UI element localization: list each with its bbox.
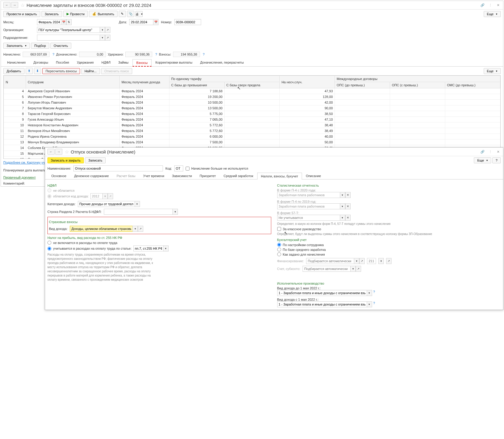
tab-contributions[interactable]: Взносы: [132, 59, 152, 67]
help-icon[interactable]: ?: [155, 53, 157, 56]
month-input[interactable]: [37, 19, 61, 25]
table-row[interactable]: 6Лопухин Игорь ПавловичФевраль 202410 50…: [4, 100, 500, 105]
more-button[interactable]: Еще: [484, 11, 501, 17]
cancel-search-button[interactable]: Отменить поиск: [101, 68, 132, 74]
sub-tab-average[interactable]: Средний заработок: [220, 172, 257, 179]
sub-more-button[interactable]: Еще: [474, 157, 491, 163]
date-calendar-icon[interactable]: 📅: [153, 19, 158, 25]
table-row[interactable]: 12Родина Ирина СергеевнаФевраль 20246 00…: [4, 134, 500, 139]
table-row[interactable]: 8Тарасов Георгий БорисовичФевраль 20245 …: [4, 111, 500, 117]
number-input[interactable]: [174, 19, 201, 25]
sub-tab-time[interactable]: Учет времени: [139, 172, 168, 179]
main-tabs: Начисления Договоры Пособия Удержания НД…: [1, 59, 503, 67]
pay-label: Выплатить: [98, 12, 114, 16]
table-row[interactable]: 7Беркутов Максим АндреевичФевраль 202413…: [4, 105, 500, 111]
accrued-label: Начислено:: [3, 53, 21, 56]
help-icon[interactable]: ?: [203, 53, 205, 56]
tab-loans[interactable]: Займы: [114, 59, 132, 66]
help-icon[interactable]: ?: [53, 53, 54, 56]
table-row[interactable]: 11Велюров Илья МихайловичФевраль 20245 7…: [4, 128, 500, 134]
tab-contracts[interactable]: Договоры: [30, 59, 52, 66]
tab-benefits[interactable]: Пособия: [52, 59, 73, 66]
link-icon[interactable]: 🔗: [480, 2, 485, 8]
sub-back-button[interactable]: ←: [47, 149, 55, 155]
edit-icon-button[interactable]: ✎: [119, 11, 126, 17]
tab-deductions[interactable]: Удержания: [73, 59, 98, 66]
comment-label: Комментарий:: [3, 182, 25, 185]
dept-label: Подразделение:: [3, 36, 35, 39]
name-input[interactable]: [73, 165, 163, 171]
sub-close-icon[interactable]: ✕: [495, 149, 501, 154]
sub-help-button[interactable]: ?: [492, 157, 501, 163]
additional-label: Доначислено:: [56, 53, 77, 56]
post-close-button[interactable]: Провести и закрыть: [3, 11, 40, 17]
sub-tab-desc[interactable]: Описание: [302, 172, 325, 179]
col-intl: Международные договоры: [335, 76, 500, 82]
up-button[interactable]: ⬆: [26, 68, 33, 74]
col-accidents: На несч.случ.: [280, 76, 335, 88]
col-employee: Сотрудник: [26, 76, 119, 88]
sub-title: Отпуск основной (Начисление): [71, 149, 480, 154]
sub-tab-deps[interactable]: Зависимости: [168, 172, 196, 179]
stats-title: Статистическая отчетность: [277, 184, 501, 187]
sub-save-button[interactable]: Записать: [85, 157, 106, 163]
table-row[interactable]: 9Гусев Александр ИльичФевраль 20247 065,…: [4, 117, 500, 122]
sub-menu-icon[interactable]: ⋮: [488, 149, 493, 154]
col-before: С базы до превышения: [169, 82, 224, 88]
dept-open-icon[interactable]: ↗: [105, 35, 110, 41]
dept-dropdown-icon[interactable]: ▾: [100, 35, 105, 41]
sub-star-icon[interactable]: ☆: [65, 149, 69, 155]
planned-date-label: Планируемая дата выплаты:: [3, 168, 47, 172]
tab-recalc[interactable]: Доначисления, перерасчеты: [196, 59, 248, 66]
tab-ndfl[interactable]: НДФЛ: [98, 59, 114, 66]
post-label: Провести: [70, 12, 85, 16]
select-button[interactable]: Подбор: [31, 43, 49, 49]
menu-icon[interactable]: ⋮: [488, 2, 493, 8]
post-button[interactable]: ▶Провести: [63, 11, 88, 17]
find-button[interactable]: Найти...: [81, 68, 100, 74]
sub-link-icon[interactable]: 🔗: [480, 149, 485, 154]
sub-tab-main[interactable]: Основное: [47, 172, 70, 179]
main-title: Начисление зарплаты и взносов 003К-00000…: [27, 3, 480, 8]
attach-icon-button[interactable]: 📎: [127, 11, 134, 17]
sub-more-button[interactable]: Еще: [484, 68, 501, 74]
stepper-icon[interactable]: ⇅: [66, 19, 72, 25]
save-button[interactable]: Записать: [41, 11, 62, 17]
close-icon[interactable]: ✕: [495, 2, 501, 8]
forward-button[interactable]: →: [11, 2, 18, 8]
table-row[interactable]: 5Иваненко Роман РуслановичФевраль 202419…: [4, 94, 500, 100]
add-button[interactable]: Добавить: [3, 68, 24, 74]
down-button[interactable]: ⬇: [34, 68, 41, 74]
calendar-icon[interactable]: 📅: [61, 19, 66, 25]
back-button[interactable]: ←: [3, 2, 10, 8]
sub-save-close-button[interactable]: Записать и закрыть: [47, 157, 84, 163]
star-icon[interactable]: ☆: [21, 2, 25, 8]
dept-input[interactable]: [37, 35, 100, 41]
sub-forward-button[interactable]: →: [55, 149, 62, 155]
sub-tab-base[interactable]: Расчет базы: [113, 172, 139, 179]
col-month: Месяц получения дохода: [120, 76, 169, 88]
org-input[interactable]: [37, 27, 100, 33]
tab-corrections[interactable]: Корректировки выплаты: [152, 59, 196, 66]
date-input[interactable]: [129, 19, 153, 25]
clear-button[interactable]: Очистить: [50, 43, 71, 49]
code-input[interactable]: [174, 165, 183, 171]
table-row[interactable]: 13Менчук Владимир ВладимировичФевраль 20…: [4, 139, 500, 145]
table-row[interactable]: 10Невзоров Константин АндреевичФевраль 2…: [4, 122, 500, 128]
sub-tab-money[interactable]: Денежное содержание: [70, 172, 112, 179]
recalc-button[interactable]: Пересчитать взносы: [42, 68, 80, 74]
month-label: Месяц:: [3, 20, 35, 24]
employees-table[interactable]: N Сотрудник Месяц получения дохода По ед…: [3, 75, 501, 159]
not-used-checkbox[interactable]: [186, 167, 189, 171]
pay-button[interactable]: 💰Выплатить: [89, 11, 117, 17]
org-dropdown-icon[interactable]: ▾: [100, 27, 105, 33]
primary-doc-link[interactable]: Первичный документ: [3, 176, 36, 179]
tab-accruals[interactable]: Начисления: [3, 59, 30, 66]
org-open-icon[interactable]: ↗: [105, 27, 110, 33]
table-row[interactable]: 4Ариереев Сергей ИвановичФевраль 20247 1…: [4, 88, 500, 94]
main-toolbar: Провести и закрыть Записать ▶Провести 💰В…: [1, 10, 503, 18]
sub-tab-priority[interactable]: Приоритет: [196, 172, 220, 179]
sub-tab-taxes[interactable]: Налоги, взносы, бухучет: [257, 173, 302, 179]
fill-button[interactable]: Заполнить: [3, 43, 30, 49]
print-dropdown-button[interactable]: 🖨: [135, 11, 143, 17]
